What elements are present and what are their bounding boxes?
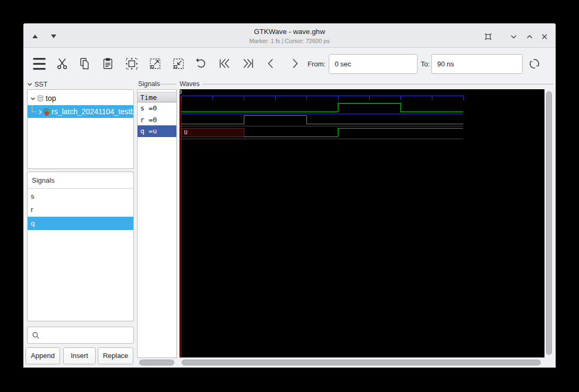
zoom-in-icon[interactable] bbox=[148, 57, 162, 71]
append-button[interactable]: Append bbox=[25, 347, 60, 364]
tree-node-label: top bbox=[46, 92, 56, 105]
waves-vscrollbar[interactable] bbox=[546, 91, 552, 355]
window-title: GTKWave - wave.ghw bbox=[23, 28, 556, 36]
tree-node-rs_latch_20241104_testb[interactable]: rs_latch_20241104_testb bbox=[28, 105, 133, 118]
signal-row-q[interactable]: q =u bbox=[138, 125, 176, 137]
skip-to-end-icon[interactable] bbox=[241, 57, 255, 71]
menu-button[interactable] bbox=[32, 57, 46, 71]
skip-to-start-icon[interactable] bbox=[218, 57, 232, 71]
minimize-button[interactable] bbox=[509, 32, 518, 41]
from-input[interactable]: 0 sec bbox=[329, 54, 418, 74]
signal-row-s[interactable]: s =0 bbox=[138, 103, 176, 114]
close-button[interactable] bbox=[540, 32, 549, 41]
prev-edge-icon[interactable] bbox=[264, 57, 278, 71]
signal-list-item-q[interactable]: q bbox=[28, 217, 133, 230]
chevron-down-icon bbox=[27, 82, 32, 87]
from-label: From: bbox=[308, 60, 326, 68]
tree-node-top[interactable]: top bbox=[28, 92, 133, 105]
waves-frame-label: Waves bbox=[180, 80, 200, 88]
wave-canvas[interactable]: 0U bbox=[180, 89, 544, 357]
paste-icon[interactable] bbox=[101, 57, 115, 71]
to-label: To: bbox=[421, 60, 430, 68]
sst-tree[interactable]: toprs_latch_20241104_testb bbox=[27, 89, 134, 169]
search-input[interactable] bbox=[27, 327, 134, 344]
signal-rows: s =0r =0q =u bbox=[138, 103, 176, 137]
wave-lane-r bbox=[180, 116, 463, 126]
tree-node-label: rs_latch_20241104_testb bbox=[52, 105, 133, 118]
zoom-out-icon[interactable] bbox=[172, 57, 185, 71]
sst-label: SST bbox=[35, 81, 47, 88]
scope-icon bbox=[37, 95, 44, 103]
next-edge-icon[interactable] bbox=[288, 57, 302, 71]
expander-closed-icon[interactable] bbox=[38, 109, 43, 115]
signal-name-panel: Time s =0r =0q =u bbox=[137, 89, 177, 358]
signal-list-header: Signals bbox=[28, 172, 133, 189]
signal-list-item-s[interactable]: s bbox=[28, 190, 133, 203]
expander-open-icon[interactable] bbox=[30, 96, 36, 101]
copy-icon[interactable] bbox=[78, 57, 91, 71]
signal-panel-hscrollbar[interactable] bbox=[139, 360, 174, 365]
to-input[interactable]: 90 ns bbox=[431, 54, 523, 74]
waves-hscrollbar[interactable] bbox=[182, 360, 541, 365]
signal-list-item-r[interactable]: r bbox=[28, 203, 133, 216]
reload-icon[interactable] bbox=[527, 57, 541, 71]
wave-lane-s bbox=[180, 103, 463, 114]
replace-button[interactable]: Replace bbox=[98, 347, 133, 364]
titlebar[interactable]: GTKWave - wave.ghw Marker: 1 fs | Cursor… bbox=[23, 23, 556, 48]
gtkwave-window: GTKWave - wave.ghw Marker: 1 fs | Cursor… bbox=[23, 23, 556, 368]
signal-list[interactable]: srq bbox=[28, 190, 133, 230]
undo-icon[interactable] bbox=[194, 57, 208, 71]
maximize-button[interactable] bbox=[483, 32, 493, 41]
time-column-header[interactable]: Time bbox=[138, 92, 176, 103]
window-subtitle: Marker: 1 fs | Cursor: 72600 ps bbox=[23, 38, 556, 44]
zoom-fit-icon[interactable] bbox=[125, 57, 139, 71]
signal-row-r[interactable]: r =0 bbox=[138, 114, 176, 126]
cut-icon[interactable] bbox=[55, 57, 69, 71]
svg-text:U: U bbox=[184, 129, 188, 135]
module-icon bbox=[43, 108, 51, 116]
sst-expander[interactable]: SST bbox=[27, 79, 47, 88]
restore-up-button[interactable] bbox=[525, 32, 534, 41]
signals-frame-label: Signals bbox=[138, 80, 160, 88]
svg-text:0: 0 bbox=[180, 89, 182, 95]
insert-button[interactable]: Insert bbox=[63, 347, 96, 364]
desktop: { "window": { "title": "GTKWave - wave.g… bbox=[0, 0, 579, 392]
search-icon bbox=[32, 331, 40, 339]
timeline bbox=[180, 96, 464, 101]
signal-list-box: Signals srq bbox=[27, 172, 134, 321]
wave-lane-q bbox=[180, 128, 463, 139]
tree-guide bbox=[32, 112, 37, 113]
